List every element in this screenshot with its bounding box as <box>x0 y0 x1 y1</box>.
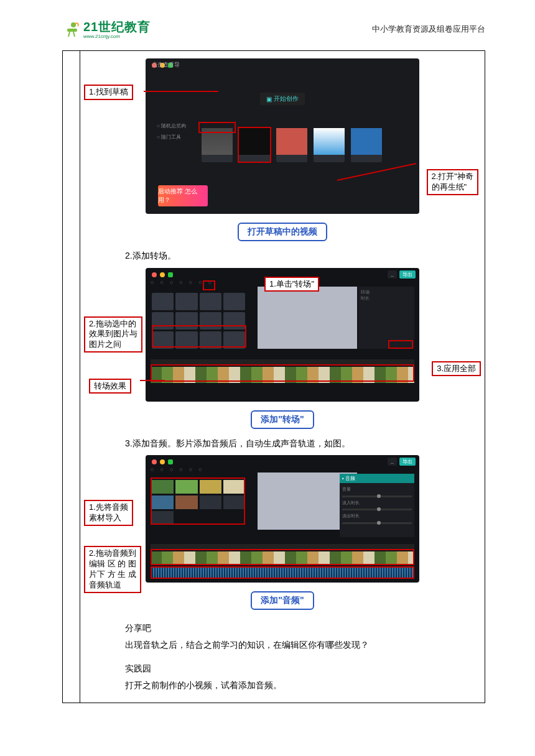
header-title: 中小学教育资源及组卷应用平台 <box>372 24 485 35</box>
tab-effect[interactable] <box>189 279 192 285</box>
page: 21世纪教育 www.21cnjy.com 中小学教育资源及组卷应用平台 点击查… <box>0 0 535 756</box>
draft-thumb-4[interactable] <box>314 128 345 162</box>
transition-item[interactable] <box>152 293 174 310</box>
share-paragraph: 出现音轨之后，结合之前学习的知识，在编辑区你有哪些发现？ <box>125 637 369 653</box>
fig1-sidebar: ○ 随机总览构 ○ 随门工具 <box>157 121 194 142</box>
new-project-label: 开始创作 <box>274 94 299 103</box>
transition-item[interactable] <box>200 293 221 310</box>
draft-thumb-3[interactable] <box>276 128 307 162</box>
highlight-apply-all <box>388 340 413 349</box>
svg-rect-1 <box>67 29 77 32</box>
tab-effect[interactable] <box>189 466 192 472</box>
figure-1-wrap: 点击查看导 开始创作 ○ 随机总览构 ○ 随门工具 后动推荐 怎么用？ <box>90 55 475 218</box>
audio-panel-header: ▪ 音频 <box>340 474 414 483</box>
highlight-draft-label <box>198 122 236 133</box>
callout-find-draft: 1.找到草稿 <box>84 85 133 100</box>
step-2-text: 2.添加转场。 <box>125 247 176 264</box>
practice-heading: 实践园 <box>125 660 151 677</box>
callout-transition-effect: 转场效果 <box>89 379 131 394</box>
logo-brand: 21世纪教育 <box>83 19 151 35</box>
highlight-video-track <box>151 549 414 565</box>
highlight-import-area <box>151 477 245 525</box>
sidebar-item-tools[interactable]: ○ 随门工具 <box>157 132 194 143</box>
left-gutter <box>63 51 80 703</box>
sidebar-item-random[interactable]: ○ 随机总览构 <box>157 121 194 132</box>
tab-media[interactable] <box>151 279 154 285</box>
fadein-slider[interactable] <box>342 509 412 510</box>
callout-click-transition: 1.单击"转场" <box>264 277 319 292</box>
figure-3-caption: 添加"音频" <box>251 591 314 610</box>
audio-properties-panel: ▪ 音频 音量 淡入时长 淡出时长 <box>340 474 414 537</box>
chip-min[interactable]: ⎯ <box>388 270 397 279</box>
tab-transition[interactable] <box>198 279 202 285</box>
content-frame: 点击查看导 开始创作 ○ 随机总览构 ○ 随门工具 后动推荐 怎么用？ <box>62 50 485 703</box>
tab-media[interactable] <box>151 466 154 472</box>
share-heading: 分享吧 <box>125 620 151 637</box>
figure-1-drafts: 点击查看导 开始创作 ○ 随机总览构 ○ 随门工具 后动推荐 怎么用？ <box>146 58 419 214</box>
practice-paragraph: 打开之前制作的小视频，试着添加音频。 <box>125 677 282 694</box>
audio-panel-title: 音频 <box>345 475 355 482</box>
page-header: 21世纪教育 www.21cnjy.com 中小学教育资源及组卷应用平台 <box>62 19 485 39</box>
chip-min[interactable]: ⎯ <box>388 458 397 466</box>
promo-banner[interactable]: 后动推荐 怎么用？ <box>158 185 208 206</box>
audio-sliders: 音量 淡入时长 淡出时长 <box>340 483 414 528</box>
figure-2-caption: 添加"转场" <box>251 410 314 429</box>
draft-thumbnails <box>202 128 382 162</box>
fig1-topbar: 点击查看导 <box>146 58 419 71</box>
figure-3-audio: ⎯导出 ▪ 音频 音量 淡入时长 <box>146 455 419 583</box>
preview-panel <box>258 287 357 349</box>
highlight-track <box>151 364 414 382</box>
leader-3 <box>140 380 165 381</box>
figure-1-caption: 打开草稿中的视频 <box>238 223 327 241</box>
new-project-button[interactable]: 开始创作 <box>260 93 305 105</box>
callout-drag-audio: 2.拖动音频到 编辑 区 的 图 片下 方 生 成 音频轨道 <box>84 546 141 593</box>
draft-thumb-5[interactable] <box>351 128 382 162</box>
tab-text[interactable] <box>170 279 173 285</box>
transition-item[interactable] <box>223 293 245 310</box>
callout-apply-all: 3.应用全部 <box>432 361 481 377</box>
highlight-audio-track <box>151 566 414 579</box>
export-button[interactable]: 导出 <box>399 270 416 279</box>
window-traffic-lights-icon <box>152 459 173 464</box>
window-traffic-lights-icon <box>152 272 173 277</box>
figure-3-wrap: ⎯导出 ▪ 音频 音量 淡入时长 <box>90 451 475 586</box>
logo: 21世纪教育 www.21cnjy.com <box>62 19 151 39</box>
logo-icon <box>62 20 81 39</box>
tab-text[interactable] <box>170 466 173 472</box>
fig1-menu-label: 点击查看导 <box>152 61 180 69</box>
fadeout-slider[interactable] <box>342 522 412 524</box>
draft-thumb-1[interactable] <box>202 128 233 162</box>
callout-drag-effect: 2.拖动选中的 效果到图片与 图片之间 <box>84 316 142 353</box>
highlight-drag-area <box>152 325 246 348</box>
tab-audio[interactable] <box>160 279 163 285</box>
export-button[interactable]: 导出 <box>399 458 416 466</box>
highlight-target-draft <box>238 127 271 163</box>
transition-item[interactable] <box>175 293 197 310</box>
fig3-topright: ⎯导出 <box>388 458 416 466</box>
tab-sticker[interactable] <box>179 279 182 285</box>
highlight-transition-tab <box>203 280 215 290</box>
fig2-topright: ⎯导出 <box>388 270 416 279</box>
callout-import-audio: 1.先将音频 素材导入 <box>84 500 133 526</box>
step-3-text: 3.添加音频。影片添加音频后，自动生成声音轨道，如图。 <box>125 435 350 452</box>
content-column: 点击查看导 开始创作 ○ 随机总览构 ○ 随门工具 后动推荐 怎么用？ <box>80 51 485 703</box>
tab-audio[interactable] <box>160 466 163 472</box>
fig3-tabs <box>151 466 202 472</box>
tab-transition[interactable] <box>198 466 202 472</box>
tab-sticker[interactable] <box>179 466 182 472</box>
leader-1 <box>144 91 218 92</box>
callout-open-draft: 2.打开"神奇 的再生纸" <box>427 169 478 195</box>
volume-slider[interactable] <box>342 496 412 497</box>
figure-2-wrap: ⎯导出 转场时长 <box>90 264 475 405</box>
properties-panel: 转场时长 <box>358 287 414 349</box>
